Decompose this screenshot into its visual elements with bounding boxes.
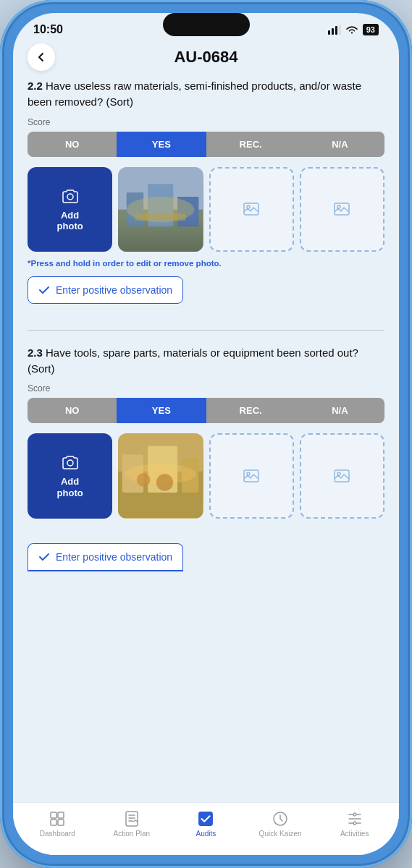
observation-label-2: Enter positive observation — [56, 551, 172, 563]
score-label-1: Score — [28, 117, 384, 127]
back-button[interactable] — [28, 43, 55, 71]
image-placeholder-icon-3 — [241, 466, 261, 486]
factory-scene-1 — [118, 167, 203, 252]
add-photo-button-1[interactable]: Addphoto — [28, 167, 112, 252]
observation-wrapper-2: Enter positive observation — [28, 543, 384, 583]
nav-item-audits[interactable]: Audits — [184, 810, 227, 838]
phone-screen: 10:50 93 — [13, 13, 399, 855]
score-no-1[interactable]: NO — [28, 132, 117, 157]
svg-point-45 — [353, 822, 356, 825]
wifi-icon — [345, 25, 358, 35]
status-time: 10:50 — [33, 23, 63, 36]
notch — [163, 13, 250, 36]
bottom-nav: Dashboard Action Plan Audit — [13, 802, 399, 855]
photo-1-1[interactable] — [118, 167, 203, 252]
score-label-2: Score — [28, 383, 384, 393]
photo-empty-1-2[interactable] — [300, 167, 384, 252]
battery-icon: 93 — [363, 24, 379, 35]
factory-image-2 — [118, 433, 203, 518]
image-placeholder-icon-2 — [332, 199, 352, 219]
audits-icon — [197, 810, 214, 827]
phone-shell: 10:50 93 — [0, 0, 412, 868]
svg-rect-29 — [51, 812, 56, 818]
score-rec-2[interactable]: REC. — [206, 398, 295, 423]
content-area: 2.2 Have useless raw materials, semi-fin… — [13, 78, 399, 802]
score-buttons-1: NO YES REC. N/A — [28, 132, 384, 157]
add-photo-button-2[interactable]: Addphoto — [28, 433, 112, 518]
header: AU-0684 — [13, 42, 399, 78]
image-placeholder-icon-4 — [332, 466, 352, 486]
question-2-number: 2.3 — [28, 346, 43, 359]
score-yes-2[interactable]: YES — [117, 398, 206, 423]
dashboard-icon — [49, 810, 66, 827]
add-photo-label-2: Addphoto — [57, 476, 83, 498]
status-icons: 93 — [328, 24, 379, 35]
score-yes-1[interactable]: YES — [117, 132, 206, 157]
question-2-text: 2.3 Have tools, spare parts, materials o… — [28, 345, 384, 377]
section-divider — [28, 330, 384, 331]
nav-item-action-plan[interactable]: Action Plan — [110, 810, 154, 838]
nav-label-quick-kaizen: Quick Kaizen — [259, 830, 302, 838]
observation-wrapper-1: Enter positive observation — [28, 276, 384, 315]
action-plan-icon — [123, 810, 140, 827]
observation-button-2[interactable]: Enter positive observation — [28, 543, 183, 571]
svg-rect-2 — [335, 26, 337, 35]
page-title: AU-0684 — [174, 48, 237, 67]
svg-rect-3 — [339, 25, 341, 35]
back-arrow-icon — [35, 51, 47, 63]
observation-label-1: Enter positive observation — [56, 284, 172, 296]
svg-rect-31 — [51, 820, 56, 825]
signal-icon — [328, 25, 341, 35]
svg-rect-30 — [58, 812, 64, 818]
svg-rect-1 — [332, 28, 334, 35]
svg-point-23 — [137, 473, 151, 487]
svg-point-44 — [353, 813, 356, 816]
svg-point-24 — [156, 475, 173, 491]
score-na-1[interactable]: N/A — [295, 132, 384, 157]
check-icon-1 — [38, 284, 50, 296]
photo-grid-2: Addphoto — [28, 433, 384, 518]
svg-point-10 — [127, 197, 195, 222]
check-icon-2 — [38, 551, 50, 563]
svg-rect-0 — [328, 30, 330, 35]
nav-label-audits: Audits — [196, 830, 216, 838]
score-na-2[interactable]: N/A — [295, 398, 384, 423]
photo-empty-2-2[interactable] — [300, 433, 384, 518]
activities-icon — [346, 810, 363, 827]
photo-2-1[interactable] — [118, 433, 203, 518]
nav-item-activities[interactable]: Activities — [333, 810, 377, 838]
question-1-number: 2.2 — [28, 80, 43, 92]
nav-item-dashboard[interactable]: Dashboard — [35, 810, 79, 838]
svg-point-4 — [67, 194, 73, 200]
photo-hint-1: *Press and hold in order to edit or remo… — [28, 259, 384, 268]
question-section-1: 2.2 Have useless raw materials, semi-fin… — [28, 78, 384, 315]
score-no-2[interactable]: NO — [28, 398, 117, 423]
add-photo-label-1: Addphoto — [57, 210, 83, 232]
svg-rect-33 — [126, 812, 138, 826]
svg-rect-11 — [135, 213, 186, 220]
score-rec-1[interactable]: REC. — [206, 132, 295, 157]
question-section-2: 2.3 Have tools, spare parts, materials o… — [28, 345, 384, 597]
camera-icon-2 — [60, 453, 80, 473]
question-1-text: 2.2 Have useless raw materials, semi-fin… — [28, 78, 384, 110]
observation-button-1[interactable]: Enter positive observation — [28, 276, 183, 304]
factory-scene-2 — [118, 433, 203, 518]
photo-empty-1-1[interactable] — [209, 167, 294, 252]
svg-point-16 — [67, 460, 73, 466]
image-placeholder-icon-1 — [241, 199, 261, 219]
nav-label-activities: Activities — [340, 830, 369, 838]
svg-rect-32 — [58, 820, 64, 825]
nav-label-action-plan: Action Plan — [114, 830, 151, 838]
nav-label-dashboard: Dashboard — [40, 830, 75, 838]
photo-grid-1: Addphoto — [28, 167, 384, 252]
quick-kaizen-icon — [272, 810, 289, 827]
nav-item-quick-kaizen[interactable]: Quick Kaizen — [258, 810, 302, 838]
factory-image-1 — [118, 167, 203, 252]
photo-empty-2-1[interactable] — [209, 433, 294, 518]
score-buttons-2: NO YES REC. N/A — [28, 398, 384, 423]
bottom-spacer — [28, 583, 384, 597]
camera-icon-1 — [60, 187, 80, 207]
